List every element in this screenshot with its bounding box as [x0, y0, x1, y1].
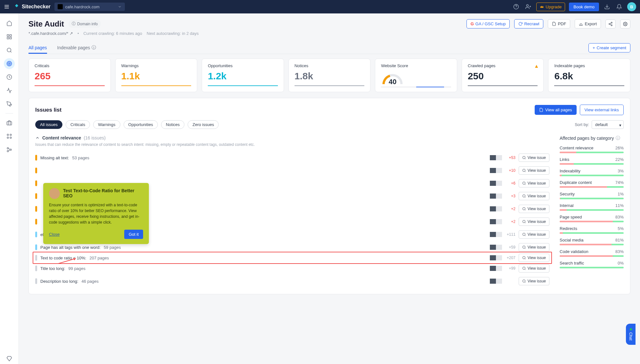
stat-warnings[interactable]: Warnings 1.1k — [115, 59, 198, 92]
sidebar-home-icon[interactable] — [4, 18, 15, 29]
help-icon[interactable] — [512, 3, 520, 11]
category-bar — [560, 198, 624, 199]
page-title: Site Audit — [28, 20, 64, 28]
view-issue-button[interactable]: View issue — [519, 264, 549, 273]
brand-logo[interactable]: Sitechecker — [13, 4, 51, 10]
category-pct: 83% — [615, 249, 624, 254]
info-icon: ⓘ — [92, 45, 96, 51]
stat-crawled-pages[interactable]: ▲ Crawled pages 250 — [462, 59, 544, 92]
category-row[interactable]: Security 1% — [560, 192, 624, 199]
category-pct: 5% — [618, 226, 624, 231]
download-icon[interactable] — [603, 3, 611, 11]
site-favicon — [58, 4, 63, 9]
category-bar — [560, 267, 624, 268]
site-selector[interactable]: cafe.hardrock.com — [54, 3, 125, 11]
warning-icon: ▲ — [534, 63, 539, 69]
view-issue-button[interactable]: View issue — [519, 230, 549, 239]
category-row[interactable]: Social media 81% — [560, 238, 624, 245]
svg-point-53 — [523, 267, 525, 270]
view-issue-button[interactable]: View issue — [519, 166, 549, 175]
category-row[interactable]: Redirects 5% — [560, 226, 624, 234]
sidebar-diamond-icon[interactable] — [4, 353, 15, 364]
svg-rect-10 — [10, 35, 12, 36]
svg-line-50 — [525, 248, 525, 249]
stat-criticals[interactable]: Criticals 265 — [28, 59, 111, 92]
category-bar — [560, 175, 624, 176]
category-row[interactable]: Search traffic 0% — [560, 261, 624, 268]
stat-website-score[interactable]: Website Score 40 — [375, 59, 457, 92]
sidebar-apps-icon[interactable] — [4, 131, 15, 142]
sidebar-analytics-icon[interactable] — [4, 85, 15, 96]
export-button[interactable]: Export — [575, 19, 601, 28]
category-row[interactable]: Content relevance 26% — [560, 146, 624, 153]
view-issue-button[interactable]: View issue — [519, 218, 549, 226]
book-demo-button[interactable]: Book demo — [569, 3, 599, 11]
issue-sparkline — [490, 206, 502, 211]
upgrade-button[interactable]: Upgrade — [536, 3, 565, 11]
issue-delta: +111 — [505, 232, 515, 237]
filter-warnings[interactable]: Warnings — [93, 120, 120, 129]
svg-point-24 — [7, 147, 9, 149]
sort-label: Sort by: — [575, 122, 589, 127]
domain-info-chip[interactable]: ⓘ Domain info — [69, 20, 101, 28]
view-issue-button[interactable]: View issue — [519, 254, 549, 262]
view-issue-button[interactable]: View issue — [519, 205, 549, 213]
issue-sparkline — [490, 279, 502, 284]
sidebar-dashboard-icon[interactable] — [4, 31, 15, 42]
sidebar-target-icon[interactable] — [4, 72, 15, 83]
sort-select[interactable]: default ▾ — [592, 120, 624, 129]
issue-pages: 207 pages — [89, 256, 109, 260]
create-segment-button[interactable]: + Create segment — [588, 43, 630, 52]
settings-button[interactable] — [620, 20, 630, 28]
category-pct: 0% — [618, 261, 624, 265]
tab-indexable-pages[interactable]: Indexable pages ⓘ — [57, 42, 96, 54]
view-issue-button[interactable]: View issue — [519, 243, 549, 251]
sidebar-search-icon[interactable] — [4, 45, 15, 56]
category-row[interactable]: Links 22% — [560, 157, 624, 165]
filter-zero[interactable]: Zero issues — [188, 120, 219, 129]
bell-icon[interactable] — [615, 3, 623, 11]
stat-opportunities[interactable]: Opportunities 1.2k — [202, 59, 284, 92]
sidebar-audit-icon[interactable] — [4, 58, 15, 69]
pdf-icon — [552, 22, 556, 26]
issue-group-header[interactable]: Content relevance (16 issues) — [35, 135, 549, 140]
stat-indexable-pages[interactable]: Indexable pages 6.8k — [548, 59, 630, 92]
ga-gsc-button[interactable]: G GA / GSC Setup — [466, 19, 510, 28]
issue-name: Title too long: — [40, 266, 65, 271]
category-row[interactable]: Indexability 3% — [560, 169, 624, 176]
add-user-icon[interactable] — [524, 3, 532, 11]
category-name: Duplicate content — [560, 180, 592, 185]
recrawl-button[interactable]: Recrawl — [514, 19, 543, 28]
view-external-button[interactable]: View external links — [580, 105, 624, 115]
view-all-pages-button[interactable]: View all pages — [535, 105, 577, 115]
sidebar-tools-icon[interactable] — [4, 99, 15, 109]
category-row[interactable]: Duplicate content 74% — [560, 180, 624, 188]
category-row[interactable]: Internal 11% — [560, 203, 624, 211]
tip-gotit-button[interactable]: Got it — [124, 230, 143, 239]
scope-link[interactable]: *.cafe.hardrock.com/* ↗ — [28, 31, 73, 36]
share-button[interactable] — [605, 20, 616, 28]
sidebar — [0, 13, 19, 364]
view-issue-button[interactable]: View issue — [519, 179, 549, 187]
view-issue-button[interactable]: View issue — [519, 192, 549, 200]
tip-close-link[interactable]: Close — [49, 232, 60, 237]
category-row[interactable]: Code validation 83% — [560, 249, 624, 257]
view-issue-button[interactable]: View issue — [519, 154, 549, 162]
category-bar — [560, 221, 624, 222]
pdf-button[interactable]: PDF — [548, 19, 570, 28]
tab-all-pages[interactable]: All pages — [28, 42, 47, 53]
filter-all-issues[interactable]: All issues — [35, 120, 62, 129]
filter-criticals[interactable]: Criticals — [66, 120, 90, 129]
export-icon — [579, 22, 583, 26]
svg-point-26 — [10, 149, 12, 151]
view-issue-button[interactable]: View issue — [519, 277, 549, 285]
sidebar-briefcase-icon[interactable] — [4, 117, 15, 128]
chat-widget[interactable]: Chat — [626, 324, 636, 345]
filter-opportunities[interactable]: Opportunities — [124, 120, 158, 129]
stat-notices[interactable]: Notices 1.8k — [288, 59, 371, 92]
category-row[interactable]: Page speed 83% — [560, 215, 624, 222]
filter-notices[interactable]: Notices — [161, 120, 184, 129]
menu-icon[interactable] — [4, 4, 10, 10]
user-avatar[interactable]: B — [627, 2, 636, 11]
sidebar-sitemap-icon[interactable] — [4, 144, 15, 155]
